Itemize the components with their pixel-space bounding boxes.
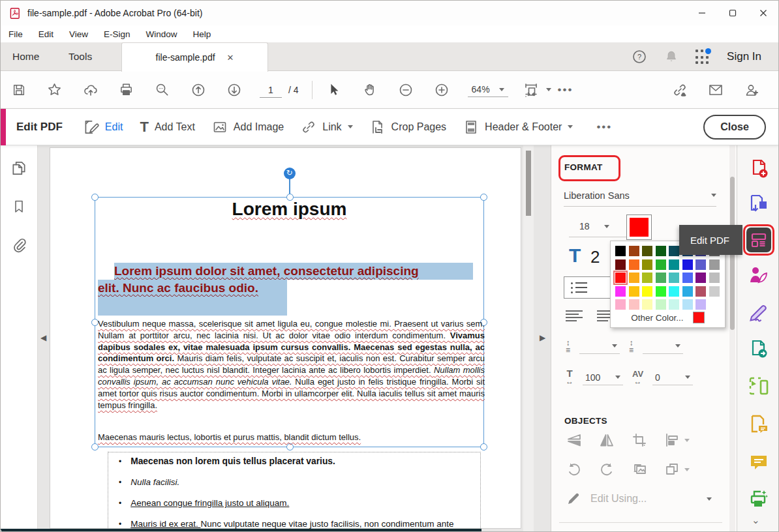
color-swatch[interactable] [695, 273, 706, 283]
editbar-more-button[interactable]: ••• [596, 121, 612, 134]
page-number-input[interactable]: 1 [260, 82, 282, 98]
add-image-button[interactable]: Add Image [212, 119, 284, 135]
document-scrollbar[interactable] [523, 145, 534, 532]
share-link-button[interactable] [662, 82, 697, 98]
align-left-button[interactable] [566, 310, 583, 323]
flip-horizontal-button[interactable] [598, 432, 615, 448]
color-swatch[interactable] [629, 259, 639, 270]
rotate-handle[interactable]: ↻ [284, 168, 296, 179]
tab-tools[interactable]: Tools [69, 42, 92, 71]
color-swatch[interactable] [695, 259, 706, 270]
fit-width-button[interactable] [516, 82, 546, 98]
paragraph-2[interactable]: Maecenas mauris lectus, lobortis et puru… [98, 432, 361, 442]
bullet-list[interactable]: •Maecenas non lorem quis tellus placerat… [108, 452, 481, 529]
maximize-button[interactable] [717, 1, 748, 25]
color-swatch[interactable] [615, 299, 626, 310]
color-swatch[interactable] [682, 286, 693, 297]
edit-using-dropdown[interactable]: Edit Using... [566, 491, 647, 507]
color-swatch[interactable] [629, 286, 639, 297]
selected-text-line[interactable]: elit. Nunc ac faucibus odio. [98, 280, 287, 297]
create-pdf-icon[interactable] [746, 156, 772, 182]
color-swatch[interactable] [656, 273, 666, 283]
horizontal-scale-dropdown[interactable]: 100 [583, 370, 623, 385]
fill-and-sign-icon[interactable] [746, 299, 772, 325]
selected-text-line[interactable]: Lorem ipsum dolor sit amet, consectetur … [114, 263, 473, 280]
menu-file[interactable]: File [8, 29, 23, 39]
scrollbar-thumb[interactable] [526, 151, 531, 216]
color-swatch[interactable] [709, 259, 720, 270]
add-text-button[interactable]: T Add Text [140, 121, 194, 134]
user-account-icon[interactable] [733, 82, 769, 98]
document-heading[interactable]: Lorem ipsum [95, 199, 484, 220]
color-swatch[interactable] [682, 259, 693, 270]
chevron-down-icon[interactable] [546, 88, 551, 91]
zoom-out-button[interactable] [388, 82, 424, 98]
notifications-bell-icon[interactable] [664, 50, 679, 64]
color-swatch[interactable] [656, 286, 666, 297]
color-swatch[interactable] [669, 299, 679, 310]
text-style-icon[interactable]: T [569, 244, 581, 267]
crop-object-button[interactable] [631, 432, 648, 448]
link-button[interactable]: Link [301, 119, 352, 135]
color-swatch[interactable] [656, 259, 666, 270]
flip-vertical-button[interactable] [566, 432, 583, 448]
resize-handle[interactable] [286, 443, 294, 451]
next-page-button[interactable] [216, 82, 252, 98]
tab-close-icon[interactable]: ✕ [227, 53, 234, 63]
save-button[interactable] [1, 83, 37, 97]
print-button[interactable] [108, 82, 144, 97]
zoom-level-dropdown[interactable]: 64% [468, 82, 508, 97]
close-window-button[interactable] [748, 1, 778, 25]
line-spacing-dropdown[interactable] [579, 338, 620, 354]
bookmarks-icon[interactable] [11, 199, 27, 214]
font-size-dropdown[interactable]: 18 [569, 218, 632, 237]
color-swatch[interactable] [656, 246, 666, 256]
menu-window[interactable]: Window [146, 29, 177, 39]
color-swatch[interactable] [695, 286, 706, 297]
color-swatch[interactable] [682, 299, 693, 310]
star-button[interactable] [37, 82, 72, 97]
send-document-icon[interactable] [746, 336, 772, 362]
page-thumbnails-icon[interactable] [10, 160, 27, 177]
align-objects-dropdown[interactable] [664, 432, 690, 448]
request-signatures-icon[interactable] [746, 262, 772, 288]
paragraph-1[interactable]: Vestibulum neque massa, scelerisque sit … [98, 318, 485, 411]
color-swatch[interactable] [642, 299, 652, 310]
rail-more-chevron-icon[interactable]: ⌄ [752, 514, 760, 526]
hand-tool-button[interactable] [352, 82, 388, 97]
color-swatch[interactable] [709, 286, 720, 297]
document-feedback-icon[interactable] [746, 411, 772, 437]
crop-pages-button[interactable]: Crop Pages [370, 119, 447, 135]
export-pdf-icon[interactable] [746, 191, 772, 217]
color-swatch[interactable] [709, 299, 720, 310]
replace-image-button[interactable] [631, 462, 648, 477]
menu-view[interactable]: View [69, 29, 88, 39]
sign-in-button[interactable]: Sign In [727, 50, 761, 63]
color-swatch[interactable] [695, 299, 706, 310]
print-scan-icon[interactable] [746, 486, 772, 512]
rotate-counterclockwise-button[interactable] [566, 462, 583, 477]
color-swatch[interactable] [669, 246, 679, 256]
toolbar-more-button[interactable]: ••• [558, 83, 573, 96]
color-swatch[interactable] [642, 273, 652, 283]
comments-icon[interactable] [746, 449, 772, 475]
character-spacing-dropdown[interactable]: 0 [652, 370, 693, 385]
help-icon[interactable]: ? [632, 49, 647, 65]
color-swatch[interactable] [656, 299, 666, 310]
collapse-sidebar-arrow[interactable]: ◀ [40, 333, 46, 342]
color-swatch[interactable] [615, 246, 626, 256]
apps-grid-icon[interactable] [695, 50, 710, 64]
minimize-button[interactable] [686, 1, 717, 25]
resize-handle[interactable] [480, 443, 487, 451]
email-button[interactable] [697, 82, 733, 98]
color-swatch[interactable] [709, 273, 720, 283]
menu-help[interactable]: Help [193, 29, 211, 39]
color-swatch[interactable] [629, 273, 639, 283]
font-family-dropdown[interactable]: Liberation Sans [564, 185, 716, 207]
edit-button[interactable]: Edit [82, 119, 123, 136]
color-swatch[interactable] [642, 246, 652, 256]
color-swatch[interactable] [629, 246, 639, 256]
attachments-paperclip-icon[interactable] [10, 237, 27, 254]
previous-page-button[interactable] [180, 82, 216, 98]
select-tool-button[interactable] [316, 83, 352, 97]
